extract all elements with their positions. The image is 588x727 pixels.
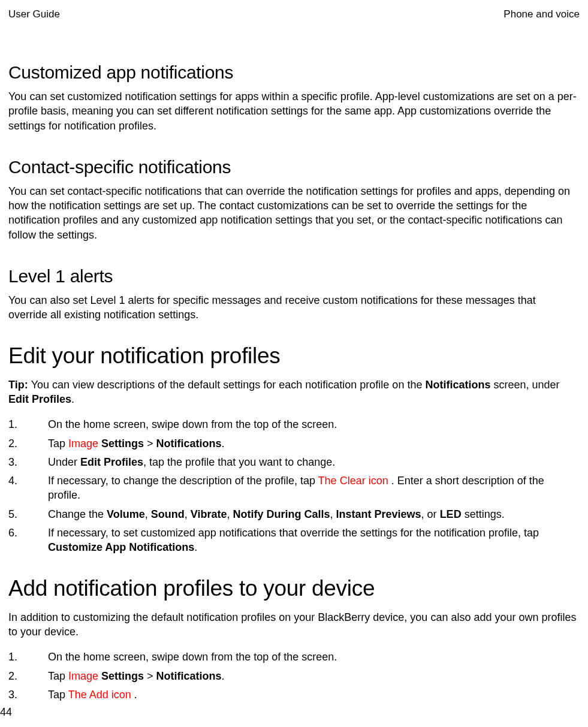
list-item: 1. On the home screen, swipe down from t… [8, 650, 577, 664]
t: Sound [151, 508, 185, 520]
step-number: 3. [8, 687, 17, 702]
t: Notify During Calls [233, 508, 330, 520]
t: LED [440, 508, 462, 520]
step-text: Change the Volume, Sound, Vibrate, Notif… [48, 508, 505, 520]
t: Tap [48, 689, 68, 701]
t: . [222, 438, 225, 450]
step-number: 3. [8, 455, 17, 469]
step-number: 2. [8, 436, 17, 451]
body-customized: You can set customized notification sett… [8, 89, 577, 133]
list-item: 3. Under Edit Profiles, tap the profile … [8, 455, 577, 469]
tip-bold2: Edit Profiles [8, 393, 71, 405]
list-item: 2. Tap Image Settings > Notifications. [8, 669, 577, 683]
step-number: 2. [8, 669, 17, 683]
t: Notifications [156, 438, 222, 450]
t: Settings [101, 670, 144, 682]
list-item: 1. On the home screen, swipe down from t… [8, 417, 577, 432]
step-text: Tap Image Settings > Notifications. [48, 670, 225, 682]
list-item: 6. If necessary, to set customized app n… [8, 526, 577, 555]
t: If necessary, to set customized app noti… [48, 527, 539, 539]
t: . [134, 689, 137, 701]
list-item: 5. Change the Volume, Sound, Vibrate, No… [8, 507, 577, 521]
body-contact: You can set contact-specific notificatio… [8, 184, 577, 242]
list-item: 4. If necessary, to change the descripti… [8, 473, 577, 503]
step-text: If necessary, to change the description … [48, 475, 544, 501]
heading-customized: Customized app notifications [8, 62, 577, 83]
t: Notifications [156, 670, 222, 682]
t: , [330, 508, 336, 520]
t: , or [421, 508, 440, 520]
body-add-intro: In addition to customizing the default n… [8, 610, 577, 639]
step-text: If necessary, to set customized app noti… [48, 527, 539, 553]
t: Volume [107, 508, 145, 520]
edit-steps-list: 1. On the home screen, swipe down from t… [8, 417, 577, 554]
list-item: 3. Tap The Add icon . [8, 687, 577, 702]
body-level1: You can also set Level 1 alerts for spec… [8, 293, 577, 322]
tip-label: Tip: [8, 379, 31, 391]
step-text: Tap The Add icon . [48, 689, 137, 701]
t: Tap [48, 670, 68, 682]
heading-edit-profiles: Edit your notification profiles [8, 343, 577, 369]
t: Vibrate [191, 508, 227, 520]
step-number: 5. [8, 507, 17, 521]
step-number: 1. [8, 650, 17, 664]
page-number: 44 [0, 706, 12, 719]
t: . [222, 670, 225, 682]
t: > [144, 438, 156, 450]
header-left: User Guide [8, 8, 60, 20]
t: Instant Previews [336, 508, 421, 520]
content-area: Customized app notifications You can set… [8, 62, 580, 702]
t: , [145, 508, 151, 520]
step-text: Under Edit Profiles, tap the profile tha… [48, 456, 335, 468]
t: Under [48, 456, 80, 468]
tip-bold1: Notifications [425, 379, 490, 391]
image-icon: Image [68, 670, 101, 682]
tip-b3: . [71, 393, 74, 405]
step-number: 4. [8, 473, 17, 488]
header-right: Phone and voice [503, 8, 580, 20]
t: . [194, 541, 197, 553]
t: , [185, 508, 191, 520]
heading-add-profiles: Add notification profiles to your device [8, 576, 577, 601]
t: , [227, 508, 233, 520]
step-text: On the home screen, swipe down from the … [48, 651, 337, 663]
step-text: Tap Image Settings > Notifications. [48, 438, 225, 450]
t: settings. [462, 508, 505, 520]
tip-text: Tip: You can view descriptions of the de… [8, 378, 577, 407]
list-item: 2. Tap Image Settings > Notifications. [8, 436, 577, 451]
tip-b1: You can view descriptions of the default… [31, 379, 426, 391]
clear-icon: The Clear icon [318, 475, 391, 487]
t: , tap the profile that you want to chang… [143, 456, 335, 468]
page-header: User Guide Phone and voice [8, 8, 580, 20]
t: Change the [48, 508, 107, 520]
t: Tap [48, 438, 68, 450]
step-number: 6. [8, 526, 17, 540]
add-icon: The Add icon [68, 689, 134, 701]
heading-contact: Contact-specific notifications [8, 157, 577, 177]
image-icon: Image [68, 438, 101, 450]
heading-level1: Level 1 alerts [8, 266, 577, 286]
tip-b2: screen, under [490, 379, 559, 391]
t: If necessary, to change the description … [48, 475, 318, 487]
t: Customize App Notifications [48, 541, 194, 553]
step-text: On the home screen, swipe down from the … [48, 418, 337, 430]
t: > [144, 670, 156, 682]
step-number: 1. [8, 417, 17, 432]
t: Settings [101, 438, 144, 450]
add-steps-list: 1. On the home screen, swipe down from t… [8, 650, 577, 702]
t: Edit Profiles [80, 456, 143, 468]
